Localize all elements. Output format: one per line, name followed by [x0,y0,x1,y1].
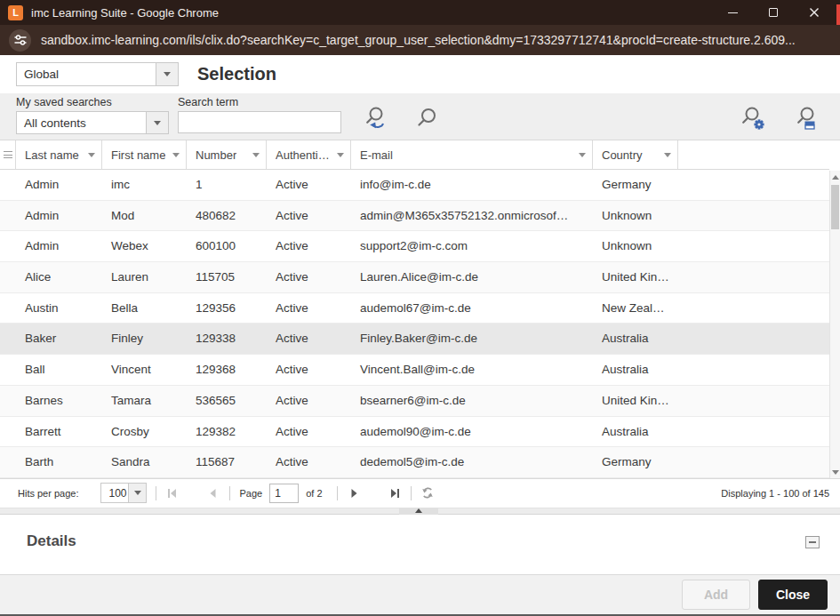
cell-filler [678,386,829,416]
column-header-last-name[interactable]: Last name [16,140,102,169]
cell-email: Vincent.Ball@im-c.de [351,355,593,385]
cell-number: 115705 [187,262,267,292]
refresh-icon[interactable] [420,486,435,500]
previous-page-button[interactable] [206,486,220,500]
page-url[interactable]: sandbox.imc-learning.com/ils/clix.do?sea… [41,33,796,47]
column-header-country[interactable]: Country [593,140,678,169]
saved-searches-select[interactable]: All contents [16,111,169,134]
row-handle-cell [0,231,16,261]
cell-authentication: Active [267,386,351,416]
collapse-details-icon[interactable] [805,536,820,548]
cell-authentication: Active [267,324,351,354]
cell-country: Australia [593,417,678,447]
cell-last-name: Admin [16,201,102,231]
cell-number: 1 [187,170,267,200]
hits-per-page-value: 100 [101,484,128,502]
cell-first-name: Tamara [102,386,187,416]
table-row[interactable]: Baker Finley 129338 Active Finley.Baker@… [0,324,829,355]
cell-email: admin@M365x35752132.onmicrosof… [351,201,593,231]
search-toolbar: My saved searches All contents Search te… [0,93,840,140]
hits-per-page-select[interactable]: 100 [100,483,147,503]
table-row[interactable]: Barth Sandra 115687 Active dedemol5@im-c… [0,447,829,478]
table-body: Admin imc 1 Active info@im-c.de Germany … [0,170,829,478]
close-window-button[interactable] [794,0,835,25]
browser-window: L imc Learning Suite - Google Chrome sa [0,0,840,616]
page-label: Page [239,488,262,499]
column-header-email[interactable]: E-mail [351,140,593,169]
column-menu-chevron-icon[interactable] [664,153,671,157]
dialog-footer: Add Close [0,574,840,614]
cell-filler [678,201,829,231]
scrollbar-thumb[interactable] [831,185,839,229]
scroll-up-icon[interactable] [830,171,840,183]
page-number-input[interactable] [269,484,299,503]
cell-first-name: Finley [102,324,187,354]
table-row[interactable]: Admin Webex 600100 Active support2@im-c.… [0,231,829,262]
cell-number: 129368 [187,355,267,385]
column-menu-chevron-icon[interactable] [337,153,344,157]
column-label: E-mail [360,148,393,162]
cell-last-name: Ball [16,355,102,385]
column-label: First name [111,148,165,162]
column-menu-chevron-icon[interactable] [579,153,586,157]
search-term-input[interactable] [178,111,341,133]
column-header-first-name[interactable]: First name [102,140,187,169]
scroll-down-icon[interactable] [830,466,840,478]
cell-first-name: imc [102,170,187,200]
app-favicon: L [8,5,23,20]
search-term-label: Search term [178,96,238,108]
search-icon[interactable] [416,106,441,134]
column-header-authentication[interactable]: Authenticat.. [267,140,351,169]
table-row[interactable]: Admin imc 1 Active info@im-c.de Germany [0,170,829,201]
cell-authentication: Active [267,447,351,477]
cell-first-name: Bella [102,293,187,324]
last-page-button[interactable] [388,486,402,500]
hits-per-page-label: Hits per page: [18,488,78,499]
cell-authentication: Active [267,417,351,447]
table-scrollbar[interactable] [829,171,840,478]
page-title: Selection [197,64,276,84]
column-menu-chevron-icon[interactable] [172,153,180,157]
next-page-button[interactable] [347,486,361,500]
cell-email: Lauren.Alice@im-c.de [351,262,593,292]
total-pages-label: of 2 [306,488,322,499]
cell-number: 600100 [187,231,267,261]
column-label: Country [602,148,643,162]
cell-email: audemol90@im-c.de [351,417,593,447]
table-row[interactable]: Ball Vincent 129368 Active Vincent.Ball@… [0,355,829,386]
column-menu-chevron-icon[interactable] [88,153,95,157]
maximize-button[interactable] [753,0,794,25]
add-button[interactable]: Add [682,580,750,610]
divider [229,486,230,500]
scope-select[interactable]: Global [16,62,179,86]
cell-first-name: Webex [102,231,187,261]
cell-authentication: Active [267,231,351,261]
table-row[interactable]: Barnes Tamara 536565 Active bsearner6@im… [0,386,829,417]
cell-email: support2@im-c.com [351,231,593,261]
column-menu-chevron-icon[interactable] [252,153,260,157]
details-splitter[interactable] [0,508,840,515]
first-page-button[interactable] [165,486,180,500]
table-row[interactable]: Alice Lauren 115705 Active Lauren.Alice@… [0,262,829,293]
cell-first-name: Lauren [102,262,187,292]
table-row[interactable]: Admin Mod 480682 Active admin@M365x35752… [0,201,829,232]
minimize-button[interactable] [712,0,753,25]
cell-filler [678,170,829,200]
column-label: Number [196,148,236,162]
divider [156,486,156,500]
splitter-collapse-tab[interactable] [399,508,438,515]
user-search-icon[interactable] [795,106,820,134]
site-settings-icon[interactable] [9,29,31,52]
table-menu-handle[interactable] [0,140,16,169]
cell-last-name: Baker [16,324,102,354]
search-settings-icon[interactable] [741,106,766,134]
cell-filler [678,293,829,324]
reset-search-icon[interactable] [364,106,389,134]
close-button[interactable]: Close [758,580,828,610]
cell-email: bsearner6@im-c.de [351,386,593,416]
row-handle-cell [0,355,16,385]
table-row[interactable]: Barrett Crosby 129382 Active audemol90@i… [0,417,829,448]
cell-last-name: Barrett [16,417,102,447]
column-header-number[interactable]: Number [187,140,267,169]
table-row[interactable]: Austin Bella 129356 Active audemol67@im-… [0,293,829,324]
